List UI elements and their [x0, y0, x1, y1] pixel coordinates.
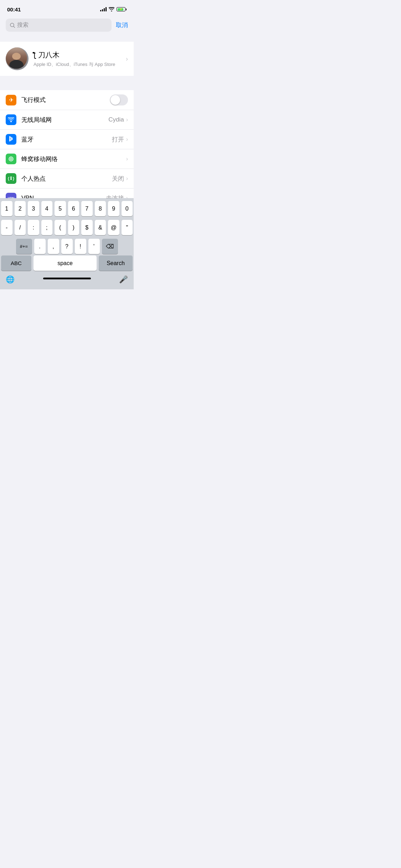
globe-icon[interactable]: 🌐 — [6, 275, 15, 284]
key-6[interactable]: 6 — [68, 201, 79, 216]
key-ampersand[interactable]: & — [95, 220, 106, 235]
signal-icon — [100, 7, 107, 11]
backspace-key[interactable]: ⌫ — [102, 239, 118, 254]
microphone-icon[interactable]: 🎤 — [119, 275, 128, 284]
bluetooth-icon — [6, 134, 16, 145]
profile-subtitle: Apple ID、iCloud、iTunes 与 App Store — [34, 61, 121, 68]
key-at[interactable]: @ — [108, 220, 119, 235]
airplane-toggle[interactable] — [110, 94, 128, 105]
airplane-icon: ✈ — [6, 95, 16, 105]
key-comma[interactable]: , — [48, 239, 59, 254]
settings-row-cellular[interactable]: 蜂窝移动网络 › — [0, 149, 134, 169]
key-search[interactable]: Search — [99, 255, 133, 271]
bluetooth-label: 蓝牙 — [21, 135, 112, 144]
keyboard: 1 2 3 4 5 6 7 8 9 0 - / : ; ( ) $ & @ " … — [0, 198, 134, 289]
key-slash[interactable]: / — [15, 220, 26, 235]
key-8[interactable]: 8 — [95, 201, 106, 216]
key-dollar[interactable]: $ — [81, 220, 93, 235]
settings-list: ✈ 飞行模式 无线局域网 Cydia › 蓝牙 打开 › — [0, 90, 134, 208]
key-2[interactable]: 2 — [15, 201, 26, 216]
hotspot-label: 个人热点 — [21, 175, 112, 183]
status-bar: 00:41 ⚡ — [0, 0, 134, 16]
key-0[interactable]: 0 — [122, 201, 133, 216]
keyboard-bottom-row: ABC space Search — [0, 255, 134, 271]
svg-point-6 — [10, 179, 12, 180]
settings-row-bluetooth[interactable]: 蓝牙 打开 › — [0, 130, 134, 149]
cellular-chevron-icon: › — [126, 156, 128, 162]
search-placeholder: 搜索 — [17, 21, 29, 29]
key-quote[interactable]: " — [122, 220, 133, 235]
key-3[interactable]: 3 — [28, 201, 39, 216]
home-indicator — [43, 278, 91, 279]
profile-info: ƪ 刀八木 Apple ID、iCloud、iTunes 与 App Store — [34, 50, 121, 68]
bluetooth-value: 打开 — [112, 135, 124, 144]
wifi-chevron-icon: › — [126, 117, 128, 123]
search-bar: 搜索 取消 — [0, 16, 134, 35]
keyboard-row-symbols: - / : ; ( ) $ & @ " — [1, 220, 133, 235]
profile-section[interactable]: ƪ 刀八木 Apple ID、iCloud、iTunes 与 App Store… — [0, 42, 134, 76]
key-colon[interactable]: : — [28, 220, 39, 235]
section-divider-mid — [0, 76, 134, 83]
keyboard-rows: 1 2 3 4 5 6 7 8 9 0 - / : ; ( ) $ & @ " … — [0, 198, 134, 255]
key-semicolon[interactable]: ; — [41, 220, 53, 235]
hotspot-chevron-icon: › — [126, 175, 128, 182]
key-period[interactable]: . — [34, 239, 46, 254]
keyboard-row-special: #+= . , ? ! ' ⌫ — [1, 239, 133, 254]
keyboard-extra-row: 🌐 🎤 — [0, 272, 134, 289]
key-abc[interactable]: ABC — [1, 255, 31, 271]
svg-line-1 — [14, 26, 15, 28]
cellular-label: 蜂窝移动网络 — [21, 155, 126, 163]
key-dash[interactable]: - — [1, 220, 12, 235]
bluetooth-chevron-icon: › — [126, 136, 128, 143]
hotspot-value: 关闭 — [112, 175, 124, 183]
settings-row-airplane[interactable]: ✈ 飞行模式 — [0, 90, 134, 110]
wifi-value: Cydia — [108, 116, 124, 123]
cellular-icon — [6, 154, 16, 164]
key-question[interactable]: ? — [61, 239, 73, 254]
cancel-button[interactable]: 取消 — [116, 21, 128, 29]
battery-icon: ⚡ — [117, 7, 127, 11]
key-5[interactable]: 5 — [55, 201, 66, 216]
key-open-paren[interactable]: ( — [55, 220, 66, 235]
key-space[interactable]: space — [34, 255, 97, 271]
key-9[interactable]: 9 — [108, 201, 119, 216]
key-4[interactable]: 4 — [41, 201, 53, 216]
hotspot-icon — [6, 173, 16, 184]
key-apostrophe[interactable]: ' — [88, 239, 100, 254]
wifi-label: 无线局域网 — [21, 116, 108, 124]
key-symbols-switch[interactable]: #+= — [16, 239, 32, 254]
key-close-paren[interactable]: ) — [68, 220, 79, 235]
svg-point-2 — [10, 121, 12, 122]
settings-row-wifi[interactable]: 无线局域网 Cydia › — [0, 110, 134, 130]
key-1[interactable]: 1 — [1, 201, 12, 216]
avatar — [6, 47, 29, 70]
key-exclaim[interactable]: ! — [75, 239, 86, 254]
status-icons: ⚡ — [100, 7, 127, 11]
svg-point-5 — [11, 159, 11, 159]
status-time: 00:41 — [7, 6, 21, 12]
search-input-wrapper[interactable]: 搜索 — [6, 19, 112, 32]
airplane-label: 飞行模式 — [21, 96, 110, 104]
keyboard-row-numbers: 1 2 3 4 5 6 7 8 9 0 — [1, 201, 133, 216]
wifi-settings-icon — [6, 114, 16, 125]
profile-name: ƪ 刀八木 — [34, 50, 121, 60]
search-icon — [10, 23, 15, 28]
key-7[interactable]: 7 — [81, 201, 93, 216]
profile-chevron-icon: › — [126, 55, 128, 63]
section-divider-top — [0, 35, 134, 42]
wifi-icon — [109, 7, 114, 11]
settings-row-hotspot[interactable]: 个人热点 关闭 › — [0, 169, 134, 188]
